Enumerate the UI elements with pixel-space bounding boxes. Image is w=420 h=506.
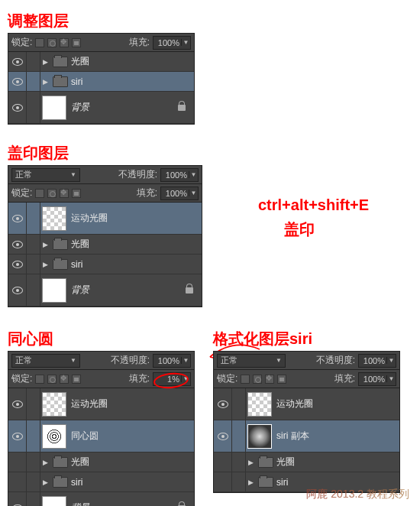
lock-transparent-icon[interactable]	[35, 38, 44, 47]
visibility-toggle[interactable]	[8, 452, 27, 472]
layer-row[interactable]: siri 副本	[214, 420, 399, 452]
link-cell	[232, 452, 246, 472]
expand-arrow-icon[interactable]: ▶	[40, 478, 50, 486]
lock-all-icon[interactable]	[277, 375, 286, 384]
visibility-toggle[interactable]	[8, 52, 27, 71]
layer-list: 运动光圈 同心圆 ▶ 光圈 ▶	[8, 388, 194, 506]
visibility-toggle[interactable]	[8, 92, 27, 123]
title-4: 格式化图层siri	[213, 329, 400, 349]
fill-input[interactable]: 100% ▼	[153, 36, 191, 50]
layer-name[interactable]: siri	[276, 477, 395, 488]
layer-row[interactable]: ▶ 光圈	[8, 52, 194, 72]
expand-arrow-icon[interactable]: ▶	[40, 261, 50, 268]
lock-pixels-icon[interactable]	[253, 375, 262, 384]
lock-icon	[182, 287, 197, 294]
visibility-toggle[interactable]	[8, 274, 27, 306]
link-cell	[232, 472, 246, 491]
expand-arrow-icon[interactable]: ▶	[246, 478, 255, 486]
opacity-input[interactable]: 100%▼	[358, 354, 396, 368]
visibility-toggle[interactable]	[214, 420, 232, 452]
layer-name[interactable]: siri 副本	[276, 430, 395, 443]
lock-icon	[174, 105, 189, 111]
layer-row[interactable]: ▶ 光圈	[8, 235, 202, 255]
visibility-toggle[interactable]	[8, 472, 27, 491]
lock-all-icon[interactable]	[72, 375, 81, 384]
layer-row[interactable]: 背景	[8, 92, 194, 124]
visibility-toggle[interactable]	[214, 388, 232, 420]
lock-all-icon[interactable]	[72, 38, 81, 47]
layer-row[interactable]: 运动光圈	[8, 203, 202, 235]
lock-fill-bar: 锁定: 填充: 100% ▼	[8, 34, 194, 52]
lock-position-icon[interactable]	[60, 38, 69, 47]
layer-row[interactable]: 同心圆	[8, 420, 194, 452]
layer-name[interactable]: 运动光圈	[71, 212, 197, 225]
layer-name[interactable]: 同心圆	[71, 430, 189, 443]
layer-row[interactable]: 运动光圈	[214, 388, 399, 420]
link-cell	[27, 274, 40, 306]
layer-name[interactable]: 运动光圈	[71, 397, 189, 410]
blend-mode-select[interactable]: 正常 ▼	[11, 168, 80, 182]
layer-row[interactable]: ▶ siri	[8, 72, 194, 92]
layer-name[interactable]: 光圈	[276, 456, 395, 469]
layer-name[interactable]: 背景	[71, 284, 182, 297]
fill-input[interactable]: 1%▼	[153, 372, 191, 386]
expand-arrow-icon[interactable]: ▶	[40, 58, 50, 66]
layer-row[interactable]: 背景	[8, 492, 194, 506]
layer-name[interactable]: siri	[71, 477, 189, 488]
visibility-toggle[interactable]	[8, 235, 27, 254]
layer-name[interactable]: siri	[71, 76, 189, 87]
opacity-input[interactable]: 100%▼	[153, 354, 191, 368]
layer-name[interactable]: 运动光圈	[276, 397, 395, 410]
lock-transparent-icon[interactable]	[241, 375, 250, 384]
chevron-down-icon: ▼	[181, 357, 190, 364]
lock-all-icon[interactable]	[72, 189, 81, 198]
chevron-down-icon: ▼	[189, 190, 198, 196]
blend-mode-select[interactable]: 正常▼	[11, 354, 80, 368]
lock-transparent-icon[interactable]	[35, 375, 44, 384]
eye-icon	[12, 241, 23, 248]
visibility-toggle[interactable]	[8, 203, 27, 234]
layer-row[interactable]: 运动光圈	[8, 388, 194, 420]
layers-panel-2: 正常 ▼ 不透明度: 100% ▼ 锁定: 填充: 100% ▼	[8, 165, 202, 307]
lock-icons	[35, 38, 81, 47]
lock-transparent-icon[interactable]	[35, 189, 44, 198]
layer-row[interactable]: 背景	[8, 274, 202, 307]
layer-row[interactable]: ▶ 光圈	[8, 452, 194, 472]
lock-position-icon[interactable]	[60, 189, 69, 198]
expand-arrow-icon[interactable]: ▶	[40, 459, 50, 466]
lock-position-icon[interactable]	[265, 375, 274, 384]
folder-icon	[53, 57, 68, 67]
lock-fill-bar: 锁定: 填充: 1%▼	[8, 370, 194, 388]
layer-name[interactable]: 背景	[71, 101, 174, 114]
layer-row[interactable]: ▶ siri	[8, 255, 202, 274]
expand-arrow-icon[interactable]: ▶	[246, 459, 255, 466]
expand-arrow-icon[interactable]: ▶	[40, 241, 50, 248]
visibility-toggle[interactable]	[8, 72, 27, 91]
title-1: 调整图层	[8, 11, 412, 31]
lock-pixels-icon[interactable]	[47, 375, 57, 384]
blend-mode-select[interactable]: 正常▼	[217, 354, 286, 368]
layer-name[interactable]: 背景	[71, 501, 174, 506]
visibility-toggle[interactable]	[214, 472, 232, 491]
layer-row[interactable]: ▶ 光圈	[214, 452, 399, 472]
lock-pixels-icon[interactable]	[47, 189, 57, 198]
visibility-toggle[interactable]	[8, 255, 27, 274]
layer-name[interactable]: siri	[71, 259, 197, 270]
expand-arrow-icon[interactable]: ▶	[40, 78, 50, 86]
lock-pixels-icon[interactable]	[47, 38, 57, 47]
fill-input[interactable]: 100%▼	[358, 372, 396, 386]
fill-input[interactable]: 100% ▼	[160, 187, 199, 200]
opacity-input[interactable]: 100% ▼	[160, 168, 199, 182]
visibility-toggle[interactable]	[8, 420, 27, 452]
lock-label: 锁定:	[217, 372, 237, 385]
link-cell	[27, 492, 40, 506]
layer-name[interactable]: 光圈	[71, 238, 197, 251]
layer-row[interactable]: ▶ siri	[8, 472, 194, 492]
visibility-toggle[interactable]	[214, 452, 232, 472]
visibility-toggle[interactable]	[8, 388, 27, 420]
visibility-toggle[interactable]	[8, 492, 27, 506]
link-cell	[27, 472, 40, 491]
lock-position-icon[interactable]	[60, 375, 69, 384]
layer-name[interactable]: 光圈	[71, 456, 189, 469]
layer-name[interactable]: 光圈	[71, 55, 189, 68]
